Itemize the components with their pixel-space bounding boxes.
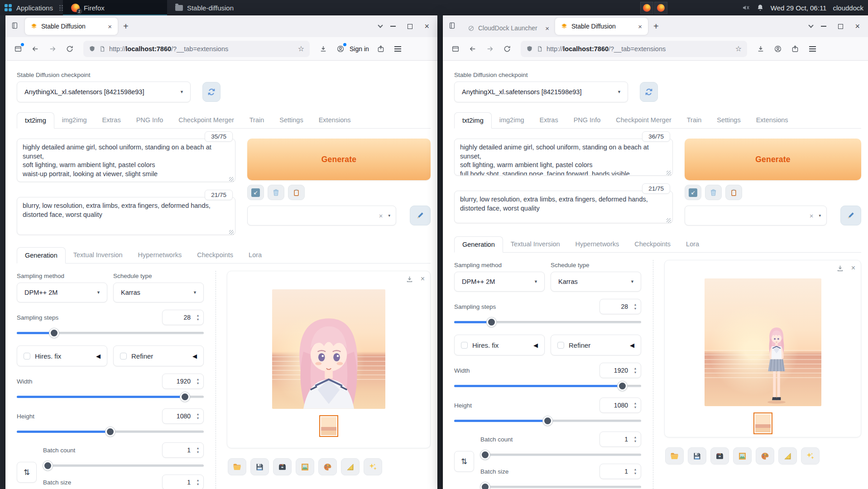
tab-checkpoint-merger[interactable]: Checkpoint Merger xyxy=(171,112,242,128)
batch-count-slider[interactable] xyxy=(480,450,641,459)
slider-handle[interactable] xyxy=(106,427,115,436)
list-tabs-chevron-icon[interactable] xyxy=(809,23,814,28)
accordion-collapse-icon[interactable]: ◀ xyxy=(192,353,197,360)
library-icon[interactable] xyxy=(11,22,19,31)
minimize-button[interactable] xyxy=(390,26,396,27)
send-to-inpaint-button[interactable] xyxy=(318,458,337,475)
gallery-thumbnail-selected[interactable] xyxy=(319,415,338,437)
tab-generation[interactable]: Generation xyxy=(454,236,503,253)
url-bar[interactable]: http://localhost:7860/?__tab=extensions … xyxy=(521,41,747,57)
slider-handle[interactable] xyxy=(543,416,552,426)
firefox-view-icon[interactable] xyxy=(11,42,25,56)
reload-button[interactable] xyxy=(500,42,514,56)
batch-count-input[interactable]: 1 ▴▾ xyxy=(162,442,204,458)
slider-handle[interactable] xyxy=(618,381,627,391)
send-to-img2img-button[interactable] xyxy=(296,458,314,475)
menu-hamburger-icon[interactable] xyxy=(391,42,405,56)
page-info-icon[interactable] xyxy=(99,46,106,52)
forward-button[interactable] xyxy=(45,42,60,56)
resize-grip[interactable] xyxy=(667,218,671,223)
share-icon[interactable] xyxy=(788,42,802,56)
new-tab-button[interactable]: + xyxy=(118,21,134,32)
downloads-icon[interactable] xyxy=(316,42,331,56)
slider-handle[interactable] xyxy=(49,328,59,338)
accordion-collapse-icon[interactable]: ◀ xyxy=(630,342,634,349)
read-generation-params-button[interactable]: ↙ xyxy=(685,185,701,200)
stepper-arrows[interactable]: ▴▾ xyxy=(194,446,203,454)
browser-tab-stable-diffusion[interactable]: Stable Diffusion × xyxy=(25,18,118,35)
width-slider[interactable] xyxy=(17,392,204,401)
edit-styles-button[interactable] xyxy=(840,206,861,225)
maximize-button[interactable] xyxy=(838,24,843,29)
height-slider[interactable] xyxy=(454,416,641,425)
new-tab-button[interactable]: + xyxy=(648,21,664,32)
schedule-type-dropdown[interactable]: Karras ▼ xyxy=(551,272,641,292)
stepper-arrows[interactable]: ▴▾ xyxy=(632,436,641,443)
save-zip-button[interactable] xyxy=(273,458,292,475)
browser-tab-stable-diffusion[interactable]: Stable Diffusion × xyxy=(555,18,648,35)
tab-img2img[interactable]: img2img xyxy=(54,112,95,128)
close-image-icon[interactable]: × xyxy=(851,264,855,272)
width-input[interactable]: 1920 ▴▾ xyxy=(599,363,641,378)
share-icon[interactable] xyxy=(374,42,388,56)
batch-size-slider[interactable] xyxy=(480,482,641,489)
clear-styles-icon[interactable]: × xyxy=(810,212,814,220)
tab-checkpoints[interactable]: Checkpoints xyxy=(189,247,241,263)
tab-lora[interactable]: Lora xyxy=(241,247,269,263)
clear-styles-icon[interactable]: × xyxy=(379,212,383,220)
window-switcher[interactable] xyxy=(640,2,667,14)
firefox-window-2-icon[interactable] xyxy=(654,2,667,14)
sampling-method-dropdown[interactable]: DPM++ 2M ▼ xyxy=(17,283,107,302)
negative-prompt-textarea[interactable]: blurry, low resolution, extra limbs, ext… xyxy=(454,191,673,223)
slider-handle[interactable] xyxy=(480,482,490,489)
styles-dropdown[interactable]: × ▾ xyxy=(685,206,827,225)
bookmark-star-icon[interactable]: ☆ xyxy=(298,44,304,53)
tab-settings[interactable]: Settings xyxy=(272,112,311,128)
close-window-button[interactable]: × xyxy=(424,22,429,30)
stepper-arrows[interactable]: ▴▾ xyxy=(632,367,641,374)
tab-close-icon[interactable]: × xyxy=(637,23,643,30)
generate-button[interactable]: Generate xyxy=(685,139,861,180)
send-to-img2img-button[interactable] xyxy=(733,447,752,465)
library-icon[interactable] xyxy=(448,22,456,31)
resize-grip[interactable] xyxy=(229,230,234,235)
sampling-steps-slider[interactable] xyxy=(17,328,204,337)
refiner-checkbox[interactable] xyxy=(120,353,127,360)
tab-extras[interactable]: Extras xyxy=(95,112,129,128)
stepper-arrows[interactable]: ▴▾ xyxy=(194,314,203,321)
generated-image[interactable] xyxy=(705,278,821,406)
stepper-arrows[interactable]: ▴▾ xyxy=(194,479,203,486)
tab-close-icon[interactable]: × xyxy=(544,24,551,32)
accordion-collapse-icon[interactable]: ◀ xyxy=(533,342,538,349)
taskbar-item-firefox[interactable]: 2 Firefox xyxy=(63,0,167,15)
forward-button[interactable] xyxy=(483,42,497,56)
list-tabs-chevron-icon[interactable] xyxy=(378,23,383,28)
batch-size-input[interactable]: 1 ▴▾ xyxy=(162,475,204,489)
upscale-button[interactable] xyxy=(364,458,382,475)
bookmark-star-icon[interactable]: ☆ xyxy=(735,44,742,53)
resize-grip[interactable] xyxy=(667,171,671,175)
shield-icon[interactable] xyxy=(89,45,96,52)
page-info-icon[interactable] xyxy=(537,46,543,52)
height-slider[interactable] xyxy=(17,427,204,436)
negative-prompt-textarea[interactable]: blurry, low resolution, extra limbs, ext… xyxy=(17,197,235,235)
tab-extras[interactable]: Extras xyxy=(532,112,566,128)
tab-img2img[interactable]: img2img xyxy=(492,112,532,128)
generate-button[interactable]: Generate xyxy=(247,139,431,180)
save-image-button[interactable] xyxy=(250,458,269,475)
apply-styles-button[interactable] xyxy=(288,185,305,200)
gallery-thumbnail-selected[interactable] xyxy=(753,412,772,434)
hires-fix-checkbox[interactable] xyxy=(461,342,468,349)
hires-fix-accordion[interactable]: Hires. fix ◀ xyxy=(454,335,545,355)
tab-extensions[interactable]: Extensions xyxy=(311,112,359,128)
back-button[interactable] xyxy=(28,42,43,56)
swap-width-height-button[interactable]: ⇅ xyxy=(17,462,37,483)
reload-button[interactable] xyxy=(62,42,77,56)
maximize-button[interactable] xyxy=(408,24,412,29)
send-to-extras-button[interactable] xyxy=(341,458,360,475)
download-image-icon[interactable] xyxy=(406,275,413,283)
stepper-arrows[interactable]: ▴▾ xyxy=(632,303,641,311)
volume-muted-icon[interactable] xyxy=(742,4,750,12)
menu-hamburger-icon[interactable] xyxy=(805,42,820,56)
slider-handle[interactable] xyxy=(487,317,496,327)
